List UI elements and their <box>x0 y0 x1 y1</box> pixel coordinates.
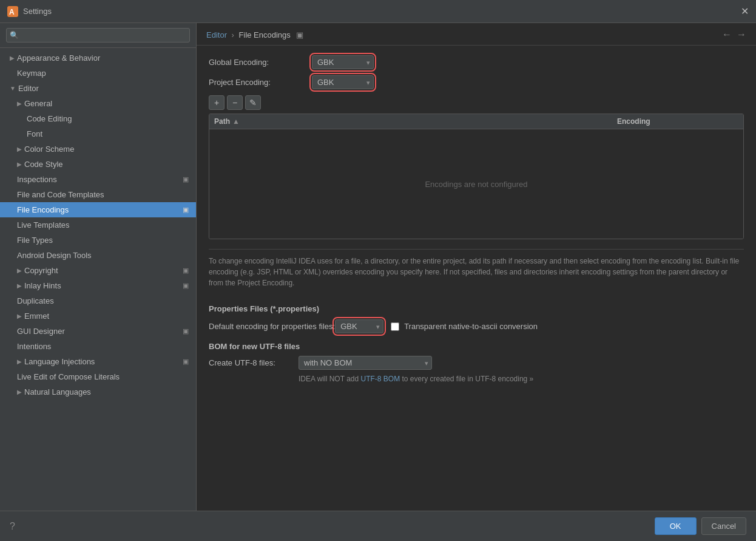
breadcrumb-current: File Encodings <box>239 30 291 39</box>
inspections-badge: ▣ <box>183 175 189 183</box>
properties-section-title: Properties Files (*.properties) <box>209 304 744 313</box>
sidebar-item-appearance-behavior[interactable]: ▶ Appearance & Behavior <box>0 50 196 66</box>
sidebar-item-inspections[interactable]: Inspections ▣ <box>0 172 196 187</box>
main-content: 🔍 ▶ Appearance & Behavior Keymap ▼ Edito… <box>0 23 756 511</box>
sidebar-item-intentions[interactable]: Intentions <box>0 339 196 354</box>
bom-create-label: Create UTF-8 files: <box>209 358 294 367</box>
left-panel: 🔍 ▶ Appearance & Behavior Keymap ▼ Edito… <box>0 23 197 511</box>
transparent-conversion-label: Transparent native-to-ascii conversion <box>404 322 538 331</box>
chevron-right-icon: ▶ <box>17 358 22 365</box>
sidebar-item-file-encodings[interactable]: File Encodings ▣ <box>0 202 196 217</box>
language-injections-badge: ▣ <box>183 358 189 366</box>
chevron-right-icon: ▶ <box>17 146 22 152</box>
sidebar-item-duplicates[interactable]: Duplicates <box>0 293 196 308</box>
file-encodings-badge: ▣ <box>183 206 189 214</box>
breadcrumb: Editor › File Encodings ▣ <box>206 30 717 39</box>
bottom-buttons: OK Cancel <box>655 517 746 535</box>
window-title: Settings <box>23 7 741 16</box>
bom-select-wrap: with NO BOM with BOM with BOM if one exi… <box>299 356 432 370</box>
breadcrumb-editor-link[interactable]: Editor <box>206 30 227 39</box>
project-encoding-label: Project Encoding: <box>209 78 312 87</box>
transparent-conversion-checkbox[interactable] <box>391 322 399 331</box>
forward-button[interactable]: → <box>737 29 746 40</box>
encoding-table-toolbar: + − ✎ <box>209 95 744 110</box>
transparent-conversion-row: Transparent native-to-ascii conversion <box>391 322 538 331</box>
edit-button[interactable]: ✎ <box>245 95 261 110</box>
project-encoding-row: Project Encoding: GBK UTF-8 ISO-8859-1 <box>209 75 744 89</box>
nav-tree: ▶ Appearance & Behavior Keymap ▼ Editor … <box>0 48 196 511</box>
title-bar: A Settings ✕ <box>0 0 756 23</box>
close-button[interactable]: ✕ <box>741 5 749 17</box>
sidebar-item-emmet[interactable]: ▶ Emmet <box>0 308 196 324</box>
chevron-down-icon: ▼ <box>10 85 16 92</box>
global-encoding-row: Global Encoding: GBK UTF-8 ISO-8859-1 <box>209 55 744 69</box>
bom-info-text: IDEA will NOT add UTF-8 BOM to every cre… <box>209 375 744 383</box>
project-encoding-select-wrap: GBK UTF-8 ISO-8859-1 <box>312 75 374 89</box>
default-encoding-select[interactable]: GBK UTF-8 <box>335 319 383 333</box>
copyright-badge: ▣ <box>183 267 189 274</box>
table-header: Path ▲ Encoding <box>209 114 743 129</box>
encoding-table: Path ▲ Encoding Encodings are not config… <box>209 114 744 239</box>
bom-create-select[interactable]: with NO BOM with BOM with BOM if one exi… <box>299 356 432 370</box>
chevron-right-icon: ▶ <box>17 100 22 107</box>
gui-designer-badge: ▣ <box>183 327 189 335</box>
breadcrumb-bar: Editor › File Encodings ▣ ← → <box>197 23 756 46</box>
chevron-right-icon: ▶ <box>17 313 22 319</box>
inlay-hints-badge: ▣ <box>183 282 189 290</box>
bom-info-prefix: IDEA will NOT add <box>299 375 360 383</box>
bom-create-row: Create UTF-8 files: with NO BOM with BOM… <box>209 356 744 370</box>
search-icon: 🔍 <box>10 31 19 39</box>
search-box: 🔍 <box>0 23 196 48</box>
sidebar-item-language-injections[interactable]: ▶ Language Injections ▣ <box>0 354 196 369</box>
project-encoding-select[interactable]: GBK UTF-8 ISO-8859-1 <box>312 75 374 89</box>
global-encoding-select-wrap: GBK UTF-8 ISO-8859-1 <box>312 55 374 69</box>
bom-info-suffix: to every created file in UTF-8 encoding … <box>400 375 533 383</box>
app-icon: A <box>7 6 18 17</box>
sidebar-item-inlay-hints[interactable]: ▶ Inlay Hints ▣ <box>0 278 196 293</box>
sidebar-item-general[interactable]: ▶ General <box>0 96 196 111</box>
sidebar-item-file-types[interactable]: File Types <box>0 233 196 248</box>
global-encoding-select[interactable]: GBK UTF-8 ISO-8859-1 <box>312 55 374 69</box>
chevron-right-icon: ▶ <box>17 282 22 289</box>
sidebar-item-natural-languages[interactable]: ▶ Natural Languages <box>0 384 196 400</box>
settings-body: Global Encoding: GBK UTF-8 ISO-8859-1 Pr… <box>197 46 756 511</box>
encoding-column-header: Encoding <box>617 117 738 126</box>
back-button[interactable]: ← <box>722 29 732 40</box>
sidebar-item-editor[interactable]: ▼ Editor <box>0 81 196 96</box>
sidebar-item-keymap[interactable]: Keymap <box>0 66 196 81</box>
table-empty-message: Encodings are not configured <box>425 180 527 189</box>
table-body: Encodings are not configured <box>209 129 743 239</box>
default-encoding-label: Default encoding for properties files: <box>209 322 335 331</box>
bottom-bar: ? OK Cancel <box>0 511 756 541</box>
sidebar-item-live-edit-compose[interactable]: Live Edit of Compose Literals <box>0 369 196 384</box>
add-button[interactable]: + <box>209 95 224 110</box>
remove-button[interactable]: − <box>227 95 243 110</box>
search-input[interactable] <box>6 28 190 43</box>
sidebar-item-font[interactable]: Font <box>0 126 196 141</box>
svg-text:A: A <box>9 8 15 16</box>
sidebar-item-copyright[interactable]: ▶ Copyright ▣ <box>0 263 196 278</box>
default-encoding-row: Default encoding for properties files: G… <box>209 319 744 333</box>
ok-button[interactable]: OK <box>655 517 697 535</box>
global-encoding-label: Global Encoding: <box>209 58 312 67</box>
bom-info-link[interactable]: UTF-8 BOM <box>360 375 400 383</box>
help-button[interactable]: ? <box>10 521 15 532</box>
encoding-info-text: To change encoding IntelliJ IDEA uses fo… <box>209 249 744 294</box>
chevron-right-icon: ▶ <box>17 267 22 274</box>
sidebar-item-color-scheme[interactable]: ▶ Color Scheme <box>0 141 196 157</box>
chevron-right-icon: ▶ <box>17 389 22 395</box>
sidebar-item-code-style[interactable]: ▶ Code Style <box>0 157 196 172</box>
chevron-right-icon: ▶ <box>10 55 15 61</box>
chevron-right-icon: ▶ <box>17 161 22 168</box>
bom-section: BOM for new UTF-8 files Create UTF-8 fil… <box>209 342 744 383</box>
sidebar-item-code-editing[interactable]: Code Editing <box>0 111 196 126</box>
sidebar-item-gui-designer[interactable]: GUI Designer ▣ <box>0 324 196 339</box>
bom-section-title: BOM for new UTF-8 files <box>209 342 744 351</box>
sidebar-item-android-design-tools[interactable]: Android Design Tools <box>0 248 196 263</box>
default-encoding-select-wrap: GBK UTF-8 <box>335 319 383 333</box>
cancel-button[interactable]: Cancel <box>701 517 746 535</box>
path-column-header: Path ▲ <box>214 117 617 126</box>
sidebar-item-live-templates[interactable]: Live Templates <box>0 217 196 233</box>
sidebar-item-file-code-templates[interactable]: File and Code Templates <box>0 187 196 202</box>
properties-section: Properties Files (*.properties) Default … <box>209 304 744 333</box>
